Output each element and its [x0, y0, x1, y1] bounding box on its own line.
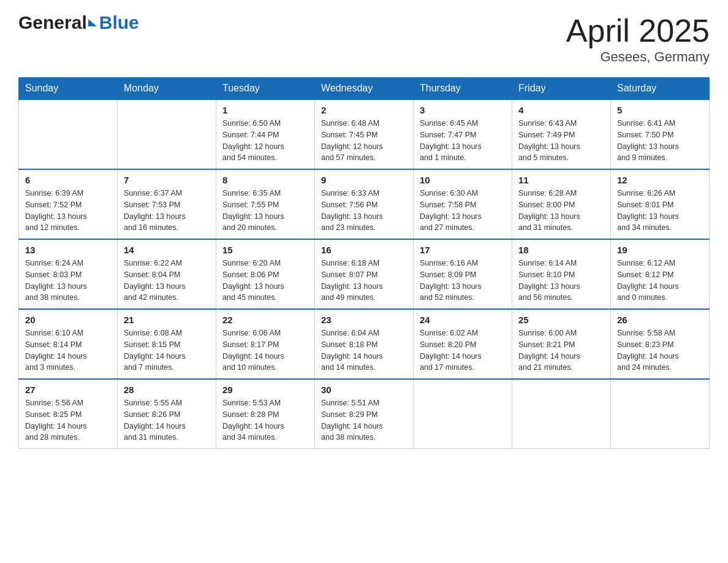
- day-number: 14: [124, 245, 210, 255]
- day-number: 11: [518, 175, 604, 185]
- calendar-cell: 9Sunrise: 6:33 AM Sunset: 7:56 PM Daylig…: [315, 169, 414, 239]
- calendar-cell: 26Sunrise: 5:58 AM Sunset: 8:23 PM Dayli…: [611, 309, 710, 379]
- day-header-monday: Monday: [118, 78, 216, 100]
- calendar-cell: 15Sunrise: 6:20 AM Sunset: 8:06 PM Dayli…: [216, 239, 315, 309]
- day-number: 22: [222, 315, 308, 325]
- calendar-cell: 7Sunrise: 6:37 AM Sunset: 7:53 PM Daylig…: [118, 169, 216, 239]
- calendar-cell: 30Sunrise: 5:51 AM Sunset: 8:29 PM Dayli…: [315, 379, 414, 449]
- day-number: 13: [25, 245, 111, 255]
- calendar-cell: [19, 99, 118, 169]
- day-info: Sunrise: 6:35 AM Sunset: 7:55 PM Dayligh…: [222, 188, 308, 234]
- day-number: 28: [124, 385, 210, 395]
- day-number: 21: [124, 315, 210, 325]
- calendar-cell: 12Sunrise: 6:26 AM Sunset: 8:01 PM Dayli…: [611, 169, 710, 239]
- day-info: Sunrise: 6:00 AM Sunset: 8:21 PM Dayligh…: [518, 327, 604, 373]
- calendar-cell: 11Sunrise: 6:28 AM Sunset: 8:00 PM Dayli…: [512, 169, 611, 239]
- calendar-cell: 10Sunrise: 6:30 AM Sunset: 7:58 PM Dayli…: [414, 169, 512, 239]
- day-info: Sunrise: 6:08 AM Sunset: 8:15 PM Dayligh…: [124, 327, 210, 373]
- day-number: 29: [222, 385, 308, 395]
- day-number: 24: [420, 315, 506, 325]
- day-number: 9: [321, 175, 407, 185]
- calendar-subtitle: Gesees, Germany: [566, 49, 710, 65]
- calendar-cell: 21Sunrise: 6:08 AM Sunset: 8:15 PM Dayli…: [118, 309, 216, 379]
- day-number: 26: [617, 315, 703, 325]
- calendar-cell: 8Sunrise: 6:35 AM Sunset: 7:55 PM Daylig…: [216, 169, 315, 239]
- title-area: April 2025 Gesees, Germany: [566, 12, 710, 65]
- calendar-cell: 16Sunrise: 6:18 AM Sunset: 8:07 PM Dayli…: [315, 239, 414, 309]
- page-header: General Blue April 2025 Gesees, Germany: [18, 12, 710, 65]
- day-number: 5: [617, 105, 703, 115]
- day-number: 20: [25, 315, 111, 325]
- day-number: 15: [222, 245, 308, 255]
- calendar-cell: 23Sunrise: 6:04 AM Sunset: 8:18 PM Dayli…: [315, 309, 414, 379]
- day-number: 12: [617, 175, 703, 185]
- calendar-week-row: 6Sunrise: 6:39 AM Sunset: 7:52 PM Daylig…: [19, 169, 710, 239]
- day-info: Sunrise: 6:10 AM Sunset: 8:14 PM Dayligh…: [25, 327, 111, 373]
- calendar-cell: [512, 379, 611, 449]
- calendar-header-row: SundayMondayTuesdayWednesdayThursdayFrid…: [19, 78, 710, 100]
- calendar-cell: 20Sunrise: 6:10 AM Sunset: 8:14 PM Dayli…: [19, 309, 118, 379]
- day-header-friday: Friday: [512, 78, 611, 100]
- day-info: Sunrise: 6:20 AM Sunset: 8:06 PM Dayligh…: [222, 258, 308, 304]
- day-info: Sunrise: 6:22 AM Sunset: 8:04 PM Dayligh…: [124, 258, 210, 304]
- day-info: Sunrise: 6:02 AM Sunset: 8:20 PM Dayligh…: [420, 327, 506, 373]
- day-number: 7: [124, 175, 210, 185]
- day-info: Sunrise: 6:48 AM Sunset: 7:45 PM Dayligh…: [321, 118, 407, 164]
- calendar-title: April 2025: [566, 12, 710, 49]
- day-number: 30: [321, 385, 407, 395]
- day-number: 18: [518, 245, 604, 255]
- calendar-cell: 4Sunrise: 6:43 AM Sunset: 7:49 PM Daylig…: [512, 99, 611, 169]
- day-info: Sunrise: 6:16 AM Sunset: 8:09 PM Dayligh…: [420, 258, 506, 304]
- day-info: Sunrise: 6:39 AM Sunset: 7:52 PM Dayligh…: [25, 188, 111, 234]
- day-info: Sunrise: 6:41 AM Sunset: 7:50 PM Dayligh…: [617, 118, 703, 164]
- calendar-week-row: 13Sunrise: 6:24 AM Sunset: 8:03 PM Dayli…: [19, 239, 710, 309]
- day-number: 16: [321, 245, 407, 255]
- logo-blue-text: Blue: [99, 12, 139, 33]
- day-number: 6: [25, 175, 111, 185]
- calendar-table: SundayMondayTuesdayWednesdayThursdayFrid…: [18, 77, 710, 449]
- day-number: 25: [518, 315, 604, 325]
- day-info: Sunrise: 6:45 AM Sunset: 7:47 PM Dayligh…: [420, 118, 506, 164]
- day-info: Sunrise: 6:12 AM Sunset: 8:12 PM Dayligh…: [617, 258, 703, 304]
- calendar-cell: [414, 379, 512, 449]
- calendar-cell: 13Sunrise: 6:24 AM Sunset: 8:03 PM Dayli…: [19, 239, 118, 309]
- day-info: Sunrise: 6:24 AM Sunset: 8:03 PM Dayligh…: [25, 258, 111, 304]
- calendar-week-row: 27Sunrise: 5:56 AM Sunset: 8:25 PM Dayli…: [19, 379, 710, 449]
- calendar-cell: 18Sunrise: 6:14 AM Sunset: 8:10 PM Dayli…: [512, 239, 611, 309]
- day-number: 23: [321, 315, 407, 325]
- day-number: 1: [222, 105, 308, 115]
- day-info: Sunrise: 6:30 AM Sunset: 7:58 PM Dayligh…: [420, 188, 506, 234]
- day-info: Sunrise: 6:37 AM Sunset: 7:53 PM Dayligh…: [124, 188, 210, 234]
- day-info: Sunrise: 6:14 AM Sunset: 8:10 PM Dayligh…: [518, 258, 604, 304]
- calendar-cell: 6Sunrise: 6:39 AM Sunset: 7:52 PM Daylig…: [19, 169, 118, 239]
- day-info: Sunrise: 6:04 AM Sunset: 8:18 PM Dayligh…: [321, 327, 407, 373]
- day-number: 8: [222, 175, 308, 185]
- logo-arrow-icon: [88, 19, 97, 26]
- calendar-week-row: 20Sunrise: 6:10 AM Sunset: 8:14 PM Dayli…: [19, 309, 710, 379]
- calendar-cell: 17Sunrise: 6:16 AM Sunset: 8:09 PM Dayli…: [414, 239, 512, 309]
- calendar-cell: 2Sunrise: 6:48 AM Sunset: 7:45 PM Daylig…: [315, 99, 414, 169]
- calendar-cell: 5Sunrise: 6:41 AM Sunset: 7:50 PM Daylig…: [611, 99, 710, 169]
- calendar-cell: 25Sunrise: 6:00 AM Sunset: 8:21 PM Dayli…: [512, 309, 611, 379]
- day-number: 2: [321, 105, 407, 115]
- calendar-cell: 19Sunrise: 6:12 AM Sunset: 8:12 PM Dayli…: [611, 239, 710, 309]
- day-header-saturday: Saturday: [611, 78, 710, 100]
- calendar-cell: 29Sunrise: 5:53 AM Sunset: 8:28 PM Dayli…: [216, 379, 315, 449]
- calendar-cell: 22Sunrise: 6:06 AM Sunset: 8:17 PM Dayli…: [216, 309, 315, 379]
- day-info: Sunrise: 5:55 AM Sunset: 8:26 PM Dayligh…: [124, 397, 210, 443]
- calendar-cell: [118, 99, 216, 169]
- day-info: Sunrise: 6:06 AM Sunset: 8:17 PM Dayligh…: [222, 327, 308, 373]
- logo-general-text: General: [18, 12, 87, 33]
- day-header-wednesday: Wednesday: [315, 78, 414, 100]
- day-info: Sunrise: 5:58 AM Sunset: 8:23 PM Dayligh…: [617, 327, 703, 373]
- day-info: Sunrise: 6:28 AM Sunset: 8:00 PM Dayligh…: [518, 188, 604, 234]
- day-info: Sunrise: 6:18 AM Sunset: 8:07 PM Dayligh…: [321, 258, 407, 304]
- calendar-cell: 27Sunrise: 5:56 AM Sunset: 8:25 PM Dayli…: [19, 379, 118, 449]
- day-header-sunday: Sunday: [19, 78, 118, 100]
- calendar-cell: 1Sunrise: 6:50 AM Sunset: 7:44 PM Daylig…: [216, 99, 315, 169]
- calendar-cell: 3Sunrise: 6:45 AM Sunset: 7:47 PM Daylig…: [414, 99, 512, 169]
- day-info: Sunrise: 6:26 AM Sunset: 8:01 PM Dayligh…: [617, 188, 703, 234]
- day-header-tuesday: Tuesday: [216, 78, 315, 100]
- day-number: 10: [420, 175, 506, 185]
- day-header-thursday: Thursday: [414, 78, 512, 100]
